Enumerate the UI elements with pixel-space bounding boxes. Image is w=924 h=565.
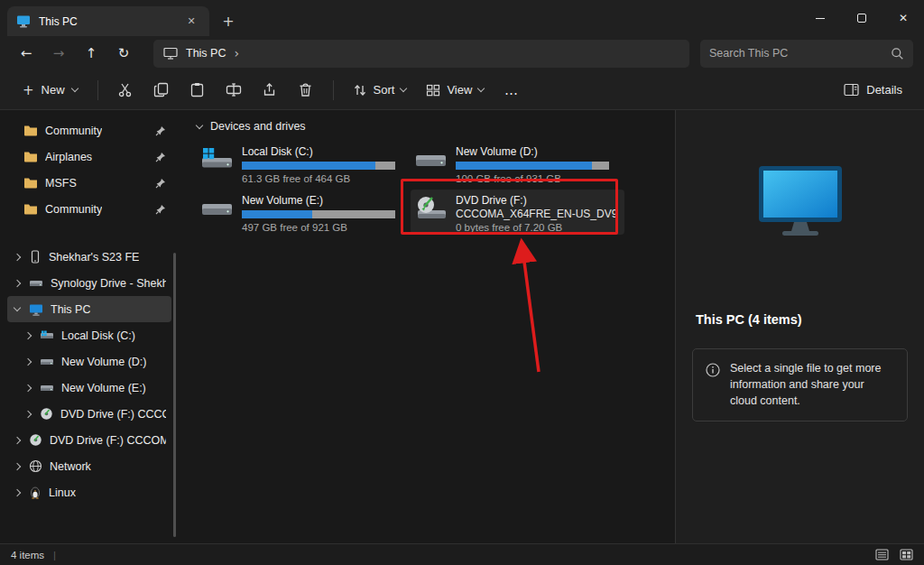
share-icon	[262, 82, 277, 97]
sidebar-item-label: Synology Drive - Shekhar-NA	[51, 277, 166, 290]
system-drive-icon	[200, 147, 233, 172]
drive-tile-new-volume-e[interactable]: New Volume (E:) 497 GB free of 921 GB	[197, 190, 411, 235]
sidebar-item-label: New Volume (D:)	[61, 356, 146, 368]
chevron-right-icon[interactable]	[14, 279, 21, 286]
search-input[interactable]	[709, 47, 883, 60]
sidebar-item-local-disk-c[interactable]: Local Disk (C:)	[7, 322, 171, 348]
explorer-tab[interactable]: This PC ✕	[7, 6, 209, 36]
sidebar-item-label: Network	[50, 460, 91, 473]
tab-close-button[interactable]: ✕	[182, 13, 200, 31]
rename-button[interactable]	[217, 76, 251, 105]
navigation-bar: ← → ↑ ↻ This PC ›	[0, 36, 924, 70]
more-options-button[interactable]: …	[494, 76, 527, 105]
sidebar-item-label: Community	[45, 203, 102, 216]
chevron-right-icon[interactable]	[14, 488, 21, 496]
paste-icon	[189, 82, 205, 97]
capacity-bar	[242, 162, 395, 170]
sidebar-item-synology-drive[interactable]: Synology Drive - Shekhar-NA	[7, 270, 171, 296]
view-button-label: View	[447, 83, 472, 97]
this-pc-icon	[29, 303, 43, 316]
forward-button[interactable]: →	[43, 40, 74, 67]
maximize-button[interactable]	[841, 0, 882, 36]
breadcrumb-root[interactable]: This PC	[186, 47, 226, 60]
refresh-button[interactable]: ↻	[108, 40, 139, 67]
chevron-down-icon	[400, 85, 407, 92]
close-button[interactable]: ✕	[882, 0, 924, 36]
drive-volume-label: CCCOMA_X64FRE_EN-US_DV9	[456, 208, 617, 221]
info-icon	[706, 363, 720, 377]
paste-button[interactable]	[180, 76, 215, 105]
details-pane: This PC (4 items) Select a single file t…	[675, 110, 924, 543]
drive-tiles: Local Disk (C:) 61.3 GB free of 464 GB N…	[197, 141, 675, 235]
share-button[interactable]	[253, 76, 287, 105]
sort-button[interactable]: Sort	[344, 76, 416, 105]
drive-free-space: 61.3 GB free of 464 GB	[242, 172, 395, 185]
folder-icon	[23, 177, 38, 189]
drive-free-space: 100 GB free of 931 GB	[456, 172, 609, 185]
chevron-right-icon[interactable]	[24, 384, 32, 391]
rename-icon	[226, 82, 242, 97]
details-pane-title: This PC (4 items)	[696, 312, 904, 327]
details-view-toggle[interactable]	[875, 549, 889, 560]
pin-icon	[155, 204, 166, 215]
titlebar: This PC ✕ + ✕	[0, 0, 924, 36]
search-icon	[891, 47, 904, 60]
sidebar-item-community-2[interactable]: Community	[7, 196, 171, 222]
chevron-right-icon[interactable]	[24, 331, 32, 338]
search-box[interactable]	[700, 40, 913, 68]
sidebar-item-dvd-drive-child[interactable]: DVD Drive (F:) CCCOMA_X6	[7, 401, 171, 427]
view-icon	[426, 83, 440, 97]
drive-name: DVD Drive (F:)	[456, 193, 617, 208]
statusbar-divider: |	[53, 550, 56, 560]
large-icons-view-toggle[interactable]	[900, 549, 913, 560]
delete-button[interactable]	[289, 76, 323, 105]
chevron-down-icon[interactable]	[14, 304, 21, 311]
details-pane-toggle[interactable]: Details	[835, 76, 911, 105]
cut-button[interactable]	[108, 76, 143, 105]
sidebar-item-label: DVD Drive (F:) CCCOMA_X64	[50, 434, 166, 447]
drive-tile-dvd-f[interactable]: DVD Drive (F:) CCCOMA_X64FRE_EN-US_DV9 0…	[411, 190, 624, 235]
up-button[interactable]: ↑	[76, 40, 106, 67]
capacity-bar-fill	[456, 162, 592, 170]
chevron-right-icon[interactable]	[24, 357, 32, 365]
copy-button[interactable]	[144, 76, 179, 105]
new-button[interactable]: + New	[13, 76, 88, 105]
chevron-right-icon[interactable]	[24, 410, 32, 417]
navigation-sidebar: Community Airplanes MSFS Community Shekh…	[0, 110, 177, 543]
sidebar-item-phone[interactable]: Shekhar's S23 FE	[7, 244, 171, 270]
drive-tile-new-volume-d[interactable]: New Volume (D:) 100 GB free of 931 GB	[411, 141, 624, 186]
sidebar-scrollbar[interactable]	[173, 253, 176, 537]
chevron-right-icon[interactable]	[14, 253, 21, 260]
items-count: 4 items	[11, 550, 44, 560]
this-pc-artwork-icon	[676, 164, 924, 244]
sidebar-item-community-1[interactable]: Community	[7, 117, 171, 144]
sidebar-item-airplanes[interactable]: Airplanes	[7, 144, 171, 170]
sidebar-item-new-volume-d[interactable]: New Volume (D:)	[7, 348, 171, 375]
maximize-icon	[857, 14, 866, 23]
phone-icon	[29, 250, 42, 264]
drive-tile-local-disk-c[interactable]: Local Disk (C:) 61.3 GB free of 464 GB	[197, 141, 411, 186]
this-pc-icon	[163, 47, 178, 60]
drive-icon	[40, 357, 54, 367]
back-button[interactable]: ←	[11, 40, 42, 67]
sidebar-item-label: Local Disk (C:)	[61, 329, 135, 342]
delete-icon	[298, 82, 313, 97]
address-bar[interactable]: This PC ›	[153, 40, 689, 68]
sidebar-item-network[interactable]: Network	[7, 453, 171, 479]
window-controls: ✕	[799, 0, 924, 36]
sidebar-item-new-volume-e[interactable]: New Volume (E:)	[7, 375, 171, 401]
view-button[interactable]: View	[417, 76, 493, 105]
chevron-right-icon[interactable]	[14, 462, 21, 469]
sidebar-item-linux[interactable]: Linux	[7, 479, 171, 505]
sidebar-item-this-pc[interactable]: This PC	[7, 296, 171, 322]
group-header-devices[interactable]: Devices and drives	[197, 117, 675, 135]
chevron-right-icon[interactable]	[14, 436, 21, 443]
sort-icon	[353, 83, 367, 97]
sidebar-item-msfs[interactable]: MSFS	[7, 170, 171, 196]
sidebar-item-dvd-drive-root[interactable]: DVD Drive (F:) CCCOMA_X64	[7, 427, 171, 453]
new-tab-button[interactable]: +	[215, 8, 242, 33]
minimize-button[interactable]	[799, 0, 841, 36]
drive-icon	[29, 278, 43, 289]
status-bar: 4 items |	[0, 543, 924, 565]
sort-button-label: Sort	[374, 83, 395, 97]
